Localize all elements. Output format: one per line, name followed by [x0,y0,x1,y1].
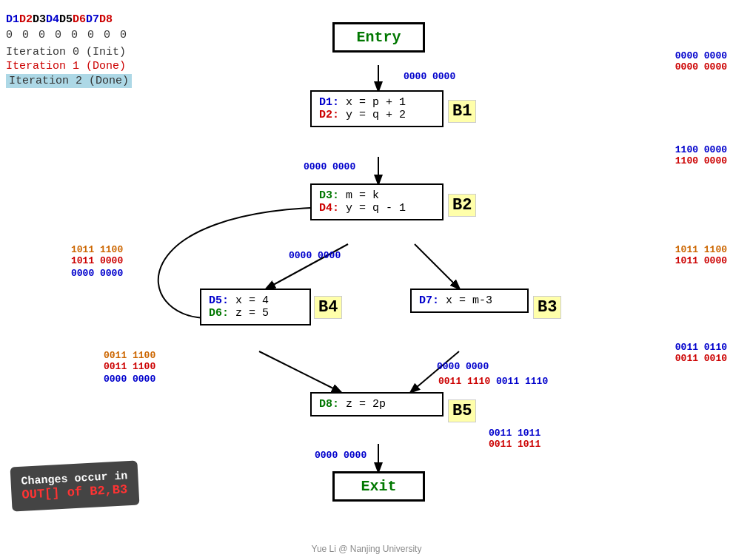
b3-extra: 0011 1110 0011 1110 [438,376,548,387]
d7-label: D7 [86,13,99,26]
b4-out-left: 0011 1100 0011 1100 0000 0000 [104,350,155,385]
b1-out-below: 0000 0000 [304,161,355,172]
b3-node: D7: x = m-3 [410,289,529,313]
entry-out: 0000 0000 [404,71,455,82]
b5-label: B5 [448,399,476,422]
b2-label: B2 [448,194,476,217]
d8-label: D8 [99,13,113,26]
b4-d6: D6: z = 5 [209,307,302,320]
footer: Yue Li @ Nanjing University [312,544,422,554]
b5-out-below: 0000 0000 [315,450,366,461]
b3-out-below: 0000 0000 [437,361,489,372]
b1-label: B1 [448,100,476,123]
zeros-row: 0 0 0 0 0 0 0 0 [6,29,132,41]
b2-d3: D3: m = k [319,189,435,202]
changes-box: Changes occur in OUT[] of B2,B3 [10,461,140,512]
exit-label: Exit [361,478,396,495]
d3-label: D3 [33,13,46,26]
d1-label: D1 [6,13,19,26]
b2-out-below: 0000 0000 [289,250,341,261]
b5-out-right: 0011 1011 0011 1011 [489,428,540,450]
iter1-label: Iteration 1 (Done) [6,60,132,72]
b3-out-right: 0011 0110 0011 0010 [675,342,727,364]
b2-d4: D4: y = q - 1 [319,202,435,215]
b5-node: D8: z = 2p [310,392,444,416]
b2-in-left: 1011 1100 1011 0000 0000 0000 [71,244,123,279]
b4-d5: D5: x = 4 [209,294,302,307]
b4-label: B4 [314,296,342,319]
iter2-label: Iteration 2 (Done) [6,74,132,88]
main-container: D1D2D3D4D5D6D7D8 0 0 0 0 0 0 0 0 Iterati… [0,0,733,560]
iter0-label: Iteration 0 (Init) [6,46,132,58]
entry-label: Entry [356,29,401,46]
b2-node: D3: m = k D4: y = q - 1 [310,183,444,220]
b1-d2: D2: y = q + 2 [319,109,435,121]
b1-out-right: 1100 0000 1100 0000 [675,144,727,166]
b1-node: D1: x = p + 1 D2: y = q + 2 [310,90,444,127]
b3-d7: D7: x = m-3 [419,294,520,307]
d6-label: D6 [73,13,86,26]
b2-out-right: 1011 1100 1011 0000 [675,244,727,266]
b4-node: D5: x = 4 D6: z = 5 [200,289,311,325]
left-panel: D1D2D3D4D5D6D7D8 0 0 0 0 0 0 0 0 Iterati… [6,13,132,90]
b3-label: B3 [533,296,561,319]
d4-label: D4 [46,13,59,26]
b5-d8: D8: z = 2p [319,398,435,411]
entry-node: Entry [332,22,425,53]
b1-d1: D1: x = p + 1 [319,96,435,109]
definitions-row: D1D2D3D4D5D6D7D8 [6,13,132,26]
svg-line-4 [259,351,341,392]
svg-line-3 [415,244,459,289]
d5-label: D5 [59,13,73,26]
d2-label: D2 [19,13,33,26]
entry-in-top: 0000 0000 0000 0000 [675,50,727,72]
exit-node: Exit [332,471,425,502]
